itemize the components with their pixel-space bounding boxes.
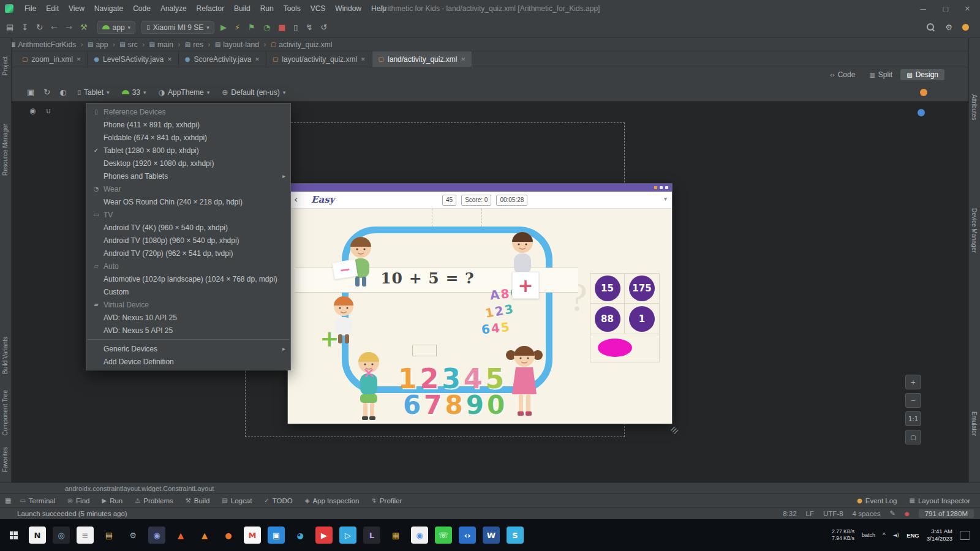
breadcrumb-item[interactable]: ▦ ArithmeticForKids › (10, 40, 88, 49)
device-menu-item[interactable]: ▭ TV (86, 208, 290, 221)
taskbar-app-icon[interactable]: ▷ (339, 527, 356, 544)
device-menu-item[interactable]: AVD: Nexus 5 API 25 (86, 324, 290, 337)
device-menu-item[interactable]: ✓ Tablet (1280 × 800 dp, xhdpi) (86, 144, 290, 157)
toolbar-icon[interactable]: ▶ (221, 23, 227, 32)
target-device-selector[interactable]: ▯ Xiaomi MI 9 SE ▾ (141, 21, 214, 34)
answer-cell[interactable]: 175 (625, 274, 659, 304)
tool-window-button[interactable]: Emulator (971, 411, 978, 436)
menubar-item[interactable]: Window (330, 4, 366, 13)
design-tool-icon[interactable]: ▣ (27, 88, 34, 97)
start-button[interactable] (5, 527, 22, 544)
device-menu-item[interactable]: Android TV (1080p) (960 × 540 dp, xhdpi) (86, 234, 290, 247)
clock[interactable]: 3:41 AM 3/14/2023 (927, 528, 952, 543)
taskbar-app-icon[interactable]: ▤ (100, 527, 118, 544)
readonly-pen-icon[interactable]: ✎ (890, 509, 895, 517)
taskbar-app-icon[interactable]: L (363, 527, 380, 544)
device-menu-item[interactable]: Foldable (674 × 841 dp, xxhdpi) (86, 131, 290, 144)
toolbar-icon[interactable]: ↧ (21, 23, 28, 32)
maximize-window-icon[interactable]: ▢ (942, 5, 948, 13)
menubar-item[interactable]: Analyze (156, 4, 192, 13)
status-segment[interactable]: LF (806, 510, 814, 517)
taskbar-app-icon[interactable]: N (29, 527, 46, 544)
tool-window-button[interactable]: ◈ App Inspection (305, 497, 360, 504)
view-mode-button[interactable]: ▥ Split (863, 69, 899, 80)
zoom-button[interactable]: + (905, 375, 921, 389)
editor-tab[interactable]: ● LevelSActivity.java ✕ (88, 51, 178, 67)
tool-window-button[interactable]: ▤ Logcat (222, 497, 252, 504)
view-mode-button[interactable]: ‹› Code (824, 69, 862, 80)
editor-tab[interactable]: ▢ land/activity_quiz.xml ✕ (372, 51, 472, 67)
tool-window-button[interactable]: Attributes (971, 94, 978, 120)
device-menu-item[interactable]: Android TV (4K) (960 × 540 dp, xhdpi) (86, 221, 290, 234)
menubar-item[interactable]: Refactor (192, 4, 229, 13)
taskbar-app-icon[interactable]: ◉ (148, 527, 165, 544)
taskbar-app-icon[interactable]: ‹› (459, 527, 476, 544)
resize-grip-icon[interactable]: ☰ (669, 425, 680, 436)
zoom-button[interactable]: − (905, 393, 921, 408)
close-tab-icon[interactable]: ✕ (461, 56, 466, 62)
toolbar-icon[interactable]: ▯ (293, 23, 298, 32)
device-menu-item[interactable]: ▱ Auto (86, 260, 290, 272)
component-path[interactable]: androidx.constraintlayout.widget.Constra… (65, 485, 214, 492)
device-menu-item[interactable] (87, 339, 290, 340)
status-message[interactable]: Launch succeeded (5 minutes ago) (17, 510, 127, 517)
breadcrumb-item[interactable]: ▤ layout-land › (215, 40, 271, 49)
answer-circle[interactable]: 88 (595, 306, 620, 332)
device-menu-item[interactable]: Automotive (1024p landscape) (1024 × 768… (86, 272, 290, 285)
magenta-oval[interactable] (598, 339, 632, 357)
device-menu-item[interactable]: ▯ Reference Devices (86, 105, 290, 118)
device-menu-item[interactable]: Generic Devices ▸ (86, 342, 290, 355)
device-menu-item[interactable]: Phone (411 × 891 dp, xxhdpi) (86, 118, 290, 131)
device-menu-item[interactable]: ◔ Wear (86, 182, 290, 195)
close-tab-icon[interactable]: ✕ (255, 56, 260, 62)
tool-window-button[interactable]: Favorites (2, 447, 9, 472)
breadcrumb-item[interactable]: ▤ main › (149, 40, 185, 49)
breadcrumb-item[interactable]: ▢ activity_quiz.xml › (271, 40, 333, 49)
breadcrumb-item[interactable]: ▤ res › (185, 40, 215, 49)
toolbar-icon[interactable]: → (66, 23, 72, 32)
search-everywhere-icon[interactable] (927, 23, 935, 32)
close-tab-icon[interactable]: ✕ (167, 56, 172, 62)
tool-window-button[interactable]: Project (2, 56, 9, 75)
locale-selector[interactable]: ⊕ Default (en-us) ▾ (222, 88, 285, 97)
taskbar-app-icon[interactable]: ◕ (292, 527, 309, 544)
zoom-button[interactable]: ▢ (905, 430, 921, 444)
menubar-item[interactable]: VCS (306, 4, 331, 13)
editor-tab[interactable]: ● ScoreActivity.java ✕ (179, 51, 266, 67)
tool-window-button[interactable]: ↯ Profiler (372, 497, 402, 504)
menubar-item[interactable]: Edit (41, 4, 64, 13)
taskbar-app-icon[interactable]: ▦ (387, 527, 404, 544)
toolbar-icon[interactable]: ⚑ (248, 23, 255, 32)
autoconnect-magnet-icon[interactable]: ∪ (45, 107, 51, 115)
tool-window-button[interactable]: ⚒ Build (186, 497, 210, 504)
tool-window-button[interactable]: ▶ Run (102, 497, 123, 504)
toolbar-icon[interactable]: ■ (278, 23, 285, 32)
toolbar-icon[interactable]: ↯ (306, 23, 312, 32)
gear-icon[interactable]: ⚙ (945, 23, 952, 32)
breadcrumb-item[interactable]: ▤ src › (119, 40, 149, 49)
tool-window-button[interactable]: ✓ TODO (264, 497, 292, 504)
minimize-window-icon[interactable]: — (919, 5, 926, 13)
tool-window-button[interactable]: ◎ Find (67, 497, 89, 504)
device-menu-item[interactable]: Phones and Tablets ▸ (86, 170, 290, 182)
memory-indicator[interactable]: 791 of 1280M (919, 509, 974, 518)
tray-expander-icon[interactable]: ^ (883, 532, 886, 539)
device-menu-item[interactable]: AVD: Nexus 10 API 25 (86, 311, 290, 324)
taskbar-app-icon[interactable]: ▣ (268, 527, 285, 544)
editor-tab[interactable]: ▢ layout/activity_quiz.xml ✕ (266, 51, 372, 67)
tool-window-button[interactable]: ⚠ Problems (135, 497, 173, 504)
taskbar-app-icon[interactable]: ▲ (196, 527, 213, 544)
api-level-selector[interactable]: 33 ▾ (122, 88, 146, 97)
menubar-item[interactable]: Run (255, 4, 279, 13)
answer-circle[interactable]: 15 (595, 276, 620, 301)
back-arrow-icon[interactable]: ‹ (294, 193, 298, 205)
device-menu-item[interactable]: Add Device Definition (86, 355, 290, 368)
menubar-item[interactable]: Build (229, 4, 255, 13)
close-tab-icon[interactable]: ✕ (77, 56, 81, 62)
menubar-item[interactable]: View (64, 4, 89, 13)
close-window-icon[interactable]: ✕ (965, 5, 970, 13)
toolbar-icon[interactable]: ⚒ (80, 23, 88, 32)
taskbar-app-icon[interactable]: S (507, 527, 524, 544)
toolbar-icon[interactable]: ← (51, 23, 58, 32)
taskbar-app-icon[interactable]: ● (220, 527, 237, 544)
